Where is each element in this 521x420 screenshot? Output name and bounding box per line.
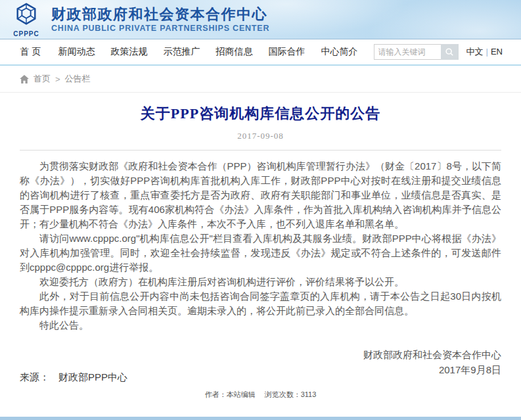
cpppc-hexagon-logo-icon [14,2,39,30]
footer-blue-bar [0,417,521,420]
author-text: 作者：本站编辑 [205,390,256,398]
site-subtitle: CHINA PUBLIC PRIVATE PARTNERSHIPS CENTER [51,24,269,33]
nav-item-demonstration[interactable]: 示范推广 [164,46,200,58]
lang-divider: | [486,47,488,57]
search-button[interactable] [441,44,459,60]
breadcrumb-home-link[interactable]: 首页 [34,73,51,85]
nav-item-news[interactable]: 新闻动态 [58,46,95,58]
main-nav: 首 页 新闻动态 政策法规 示范推广 招商信息 国际合作 中心简介 中文|EN [0,39,521,66]
logo-abbr-text: CPPPC [13,30,39,37]
breadcrumb-separator: > [55,74,60,84]
breadcrumb: 首页 > 公告栏 [0,66,521,93]
article: 关于PPP咨询机构库信息公开的公告 2017-09-08 为贯彻落实财政部《政府… [0,104,521,377]
author-views-row: 作者：本站编辑浏览次数：3113 [0,390,521,400]
nav-item-international[interactable]: 国际合作 [269,46,306,58]
nav-item-home[interactable]: 首 页 [18,46,43,58]
article-date: 2017-09-08 [20,131,501,141]
site-logo[interactable]: CPPPC [5,2,47,37]
source-row: 来源：财政部PPP中心 [20,371,127,384]
views-count: 浏览次数：3113 [265,390,317,398]
title-divider [20,150,501,151]
breadcrumb-current[interactable]: 公告栏 [65,73,91,85]
search-icon [445,47,454,57]
article-paragraph: 为贯彻落实财政部《政府和社会资本合作（PPP）咨询机构库管理暂行办法》（财金〔2… [20,159,501,231]
lang-zh-link[interactable]: 中文 [466,47,484,57]
article-paragraph: 请访问www.cpppc.org"机构库信息公开"栏目查看入库机构及其服务业绩。… [20,231,501,275]
article-paragraph: 欢迎委托方（政府方）在机构库注册后对咨询机构进行评价，评价结果将予以公开。 [20,275,501,289]
source-value: 财政部PPP中心 [58,371,127,383]
site-title: 财政部政府和社会资本合作中心 [51,7,269,22]
article-paragraph: 特此公告。 [20,318,501,333]
nav-item-about[interactable]: 中心简介 [321,46,358,58]
lang-en-link[interactable]: EN [491,47,503,57]
language-switch: 中文|EN [466,46,503,58]
article-paragraph: 此外，对于目前信息公开内容中尚未包括咨询合同签字盖章页的入库机构，请于本公告之日… [20,289,501,318]
signature-organization: 财政部政府和社会资本合作中心 [20,347,501,362]
nav-item-investment[interactable]: 招商信息 [216,46,253,58]
source-label: 来源： [20,371,49,383]
article-body: 为贯彻落实财政部《政府和社会资本合作（PPP）咨询机构库管理暂行办法》（财金〔2… [20,159,501,333]
article-title: 关于PPP咨询机构库信息公开的公告 [20,104,501,124]
home-icon [20,75,29,83]
search-input[interactable] [374,44,441,60]
site-header: CPPPC 财政部政府和社会资本合作中心 CHINA PUBLIC PRIVAT… [0,0,521,39]
nav-item-policies[interactable]: 政策法规 [111,46,148,58]
